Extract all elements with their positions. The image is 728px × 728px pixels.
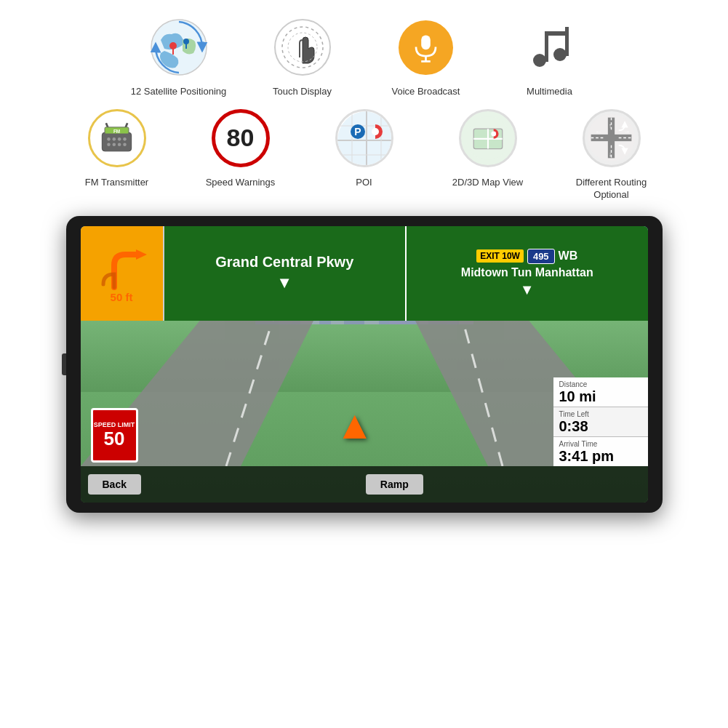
green-sign-left: Grand Central Pkwy ▼ [164, 226, 407, 321]
speed-icon: 80 [208, 105, 273, 171]
svg-point-17 [118, 137, 121, 141]
satellite-label: 12 Satellite Positioning [131, 86, 227, 98]
device-side-button[interactable] [62, 353, 66, 375]
feature-2d3d: 2D/3D Map View [437, 105, 539, 189]
feature-voice: Voice Broadcast [375, 15, 477, 98]
poi-label: POI [356, 177, 372, 189]
svg-text:FM: FM [113, 129, 120, 134]
green-sign-right: EXIT 10W 495 WB Midtown Tun Manhattan ▼ [407, 226, 648, 321]
speed-limit-sign: SPEED LIMIT 50 [91, 408, 138, 463]
timeleft-row: Time Left 0:38 [553, 407, 648, 437]
fm-circle: FM [88, 109, 146, 167]
svg-point-22 [123, 143, 127, 147]
svg-point-36 [372, 128, 379, 135]
svg-point-15 [107, 137, 111, 141]
mic-circle [399, 20, 453, 75]
device-screen: ▲ 50 ft Grand Centra [81, 226, 648, 503]
gps-device: ▲ 50 ft Grand Centra [66, 216, 663, 513]
routing-circle: ← → ↑ ↓ [583, 109, 641, 167]
svg-text:←: ← [595, 128, 601, 135]
voice-label: Voice Broadcast [392, 86, 460, 98]
svg-point-9 [533, 54, 546, 67]
right-info-panel: Distance 10 mi Time Left 0:38 Arrival Ti… [553, 377, 648, 466]
distance-value: 10 mi [559, 388, 642, 404]
poi-icon: P [332, 105, 397, 171]
street-name-left: Grand Central Pkwy [215, 254, 353, 271]
poi-circle: P [335, 109, 393, 167]
highway-badge: 495 [527, 249, 555, 264]
feature-poi: P POI [313, 105, 415, 189]
distance-row: Distance 10 mi [553, 377, 648, 407]
ramp-button[interactable]: Ramp [366, 474, 423, 495]
svg-marker-73 [136, 249, 147, 260]
highway-dir: WB [559, 249, 578, 263]
down-arrow-left: ▼ [276, 273, 292, 292]
fm-icon: FM [84, 105, 150, 171]
music-icon [517, 15, 583, 80]
map2d3d-label: 2D/3D Map View [452, 177, 523, 189]
timeleft-value: 0:38 [559, 418, 642, 434]
svg-text:↑: ↑ [609, 122, 612, 129]
svg-point-19 [107, 143, 111, 147]
touch-icon [270, 15, 335, 80]
feature-routing: ← → ↑ ↓ [561, 105, 663, 201]
feature-speed: 80 Speed Warnings [190, 105, 292, 189]
svg-rect-11 [545, 31, 548, 62]
map2d3d-circle [459, 109, 517, 167]
routing-icon: ← → ↑ ↓ [579, 105, 644, 171]
down-arrow-right: ▼ [520, 281, 535, 298]
map2d3d-icon [455, 105, 521, 171]
feature-satellite: 12 Satellite Positioning [128, 15, 230, 98]
multimedia-label: Multimedia [527, 86, 572, 98]
svg-point-10 [553, 48, 567, 61]
satellite-icon [146, 15, 212, 80]
feature-touch: Touch Display [252, 15, 353, 98]
svg-point-20 [113, 143, 116, 147]
turn-instruction-box: 50 ft [81, 226, 164, 321]
features-row-1: 12 Satellite Positioning Touch Display [128, 15, 601, 98]
arrival-row: Arrival Time 3:41 pm [553, 437, 648, 466]
voice-icon [393, 15, 459, 80]
speed-number: 80 [227, 124, 255, 152]
turn-distance: 50 ft [111, 291, 133, 303]
fm-label: FM Transmitter [85, 177, 148, 189]
svg-point-27 [337, 111, 393, 167]
arrival-value: 3:41 pm [559, 448, 642, 464]
speed-limit-number: 50 [104, 429, 125, 448]
speed-label: Speed Warnings [206, 177, 276, 189]
svg-rect-13 [545, 31, 569, 36]
exit-info-row: EXIT 10W 495 WB [476, 249, 577, 264]
features-section: 12 Satellite Positioning Touch Display [7, 15, 721, 201]
svg-point-16 [113, 137, 116, 141]
arrival-label: Arrival Time [559, 440, 642, 448]
page-wrapper: 12 Satellite Positioning Touch Display [0, 0, 728, 728]
touch-label: Touch Display [273, 86, 332, 98]
feature-multimedia: Multimedia [499, 15, 601, 98]
exit-badge: EXIT 10W [476, 249, 524, 263]
road-direction-arrow: ▲ [335, 401, 375, 448]
svg-text:P: P [354, 126, 361, 137]
distance-label: Distance [559, 380, 642, 388]
svg-text:↓: ↓ [609, 151, 612, 158]
routing-label: Different Routing Optional [561, 177, 663, 201]
svg-rect-6 [421, 35, 431, 49]
svg-rect-14 [102, 133, 131, 152]
svg-point-21 [118, 143, 121, 147]
svg-point-41 [491, 131, 496, 136]
timeleft-label: Time Left [559, 410, 642, 418]
navigation-panel: 50 ft Grand Central Pkwy ▼ EXIT 10W 495 … [81, 226, 648, 321]
feature-fm: FM FM Transmitter [66, 105, 168, 189]
bottom-navigation-bar: Back Ramp [81, 466, 648, 503]
street-name-right: Midtown Tun Manhattan [461, 266, 593, 279]
turn-arrow-svg [96, 244, 147, 291]
svg-point-18 [123, 137, 127, 141]
svg-text:→: → [623, 128, 630, 135]
back-button[interactable]: Back [88, 474, 141, 495]
features-row-2: FM FM Transmitter 80 Speed Warnings [66, 105, 663, 201]
